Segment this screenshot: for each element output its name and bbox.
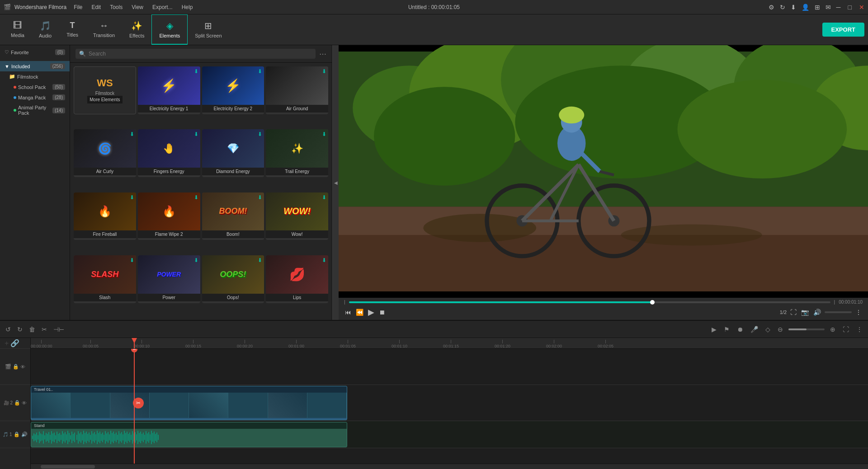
- toolbar-titles[interactable]: T Titles: [59, 14, 86, 45]
- menu-edit[interactable]: Edit: [88, 3, 105, 11]
- svg-point-25: [559, 107, 584, 123]
- element-aircurly[interactable]: 🌀 ⬇ Air Curly: [74, 129, 136, 177]
- effects-icon: ✨: [131, 20, 142, 31]
- toolbar-splitscreen[interactable]: ⊞ Split Screen: [188, 14, 229, 45]
- video-clip-thumbstrip: [31, 393, 347, 418]
- voice-button[interactable]: 🎤: [749, 325, 760, 334]
- element-airground[interactable]: ⬇ Air Ground: [266, 66, 328, 114]
- sidebar-item-mangapack[interactable]: Manga Pack (28): [0, 92, 70, 103]
- marker-button[interactable]: ⚑: [722, 325, 731, 334]
- toolbar-audio[interactable]: 🎵 Audio: [32, 14, 59, 45]
- element-fireball[interactable]: 🔥 ⬇ Fire Fireball: [74, 192, 136, 240]
- fullscreen-button[interactable]: ⛶: [789, 308, 797, 317]
- account-icon[interactable]: 👤: [802, 4, 809, 11]
- eye-icon-video[interactable]: 👁: [22, 400, 27, 406]
- element-wow[interactable]: WOW! ⬇ Wow!: [266, 192, 328, 240]
- search-bar[interactable]: 🔍: [75, 49, 316, 59]
- download-icon[interactable]: ⬇: [791, 4, 796, 11]
- menu-file[interactable]: File: [70, 3, 86, 11]
- more-options-button[interactable]: ⋮: [854, 308, 863, 317]
- sidebar-item-animalpack[interactable]: Animal Party Pack (14): [0, 103, 70, 118]
- stop-button[interactable]: ⏹: [378, 308, 386, 317]
- element-trail[interactable]: ✨ ⬇ Trail Energy: [266, 129, 328, 177]
- step-back-button[interactable]: ⏪: [355, 308, 364, 317]
- lock-icon-audio[interactable]: 🔒: [14, 431, 20, 437]
- menu-export[interactable]: Export...: [149, 3, 176, 11]
- cut-button[interactable]: ✂: [40, 325, 49, 334]
- add-track-icon[interactable]: +: [5, 339, 9, 347]
- play-button[interactable]: ▶: [367, 306, 375, 318]
- element-more-elements[interactable]: WS Filmstock More Elements: [74, 66, 136, 114]
- ruler-mark-5: 00:00:05: [83, 340, 99, 348]
- panel-area: 🔍 ⋯ WS Filmstock More Elements ⚡: [70, 45, 868, 320]
- menu-view[interactable]: View: [128, 3, 147, 11]
- element-electricity1[interactable]: ⚡ ⬇ Electricity Energy 1: [138, 66, 200, 114]
- search-input[interactable]: [89, 51, 312, 57]
- sync-icon[interactable]: ↻: [780, 4, 785, 11]
- ruler-mark-110: 00:01:10: [392, 340, 407, 348]
- scrollbar-thumb[interactable]: [41, 465, 95, 469]
- sidebar-item-included[interactable]: ▼ Included (256): [0, 61, 70, 71]
- svg-rect-47: [57, 431, 57, 443]
- volume-slider[interactable]: [825, 311, 852, 313]
- menu-tools[interactable]: Tools: [106, 3, 126, 11]
- go-start-button[interactable]: ⏮: [344, 308, 352, 317]
- render-button[interactable]: ▶: [710, 325, 718, 334]
- toolbar-elements[interactable]: ◈ Elements: [151, 14, 188, 45]
- element-oops[interactable]: OOPS! ⬇ Oops!: [202, 255, 264, 303]
- element-diamond[interactable]: 💎 ⬇ Diamond Energy: [202, 129, 264, 177]
- minimize-button[interactable]: ─: [836, 4, 841, 11]
- fullscreen-timeline-button[interactable]: ⛶: [841, 325, 851, 334]
- audio-clip[interactable]: Stand: [31, 422, 347, 447]
- toolbar-effects[interactable]: ✨ Effects: [122, 14, 151, 45]
- grid-view-icon[interactable]: ⋯: [319, 50, 326, 58]
- record-button[interactable]: ⏺: [735, 325, 745, 334]
- toolbar-transition[interactable]: ↔ Transition: [86, 14, 122, 45]
- settings-icon[interactable]: ⚙: [769, 4, 774, 11]
- sidebar-item-schoolpack[interactable]: School Pack (50): [0, 82, 70, 92]
- svg-rect-58: [71, 431, 72, 443]
- eye-icon-audio[interactable]: 🔊: [21, 431, 28, 437]
- transition-label: Transition: [93, 33, 115, 38]
- screenshot-button[interactable]: 📷: [800, 308, 810, 317]
- panel-collapse-button[interactable]: ◀: [332, 45, 339, 320]
- maximize-button[interactable]: □: [848, 4, 852, 11]
- element-flamewipe[interactable]: 🔥 ⬇ Flame Wipe 2: [138, 192, 200, 240]
- svg-rect-91: [117, 435, 118, 440]
- element-lips[interactable]: 💋 ⬇ Lips: [266, 255, 328, 303]
- settings-timeline-button[interactable]: ⋮: [854, 325, 864, 334]
- grid-icon[interactable]: ⊞: [815, 4, 820, 11]
- lock-icon-video[interactable]: 🔒: [14, 400, 20, 406]
- undo-button[interactable]: ↺: [4, 325, 13, 334]
- element-fingers[interactable]: 🤚 ⬇ Fingers Energy: [138, 129, 200, 177]
- element-power[interactable]: POWER ⬇ Power: [138, 255, 200, 303]
- svg-rect-69: [87, 434, 88, 441]
- element-electricity2[interactable]: ⚡ ⬇ Electricity Energy 2: [202, 66, 264, 114]
- download-icon-14: ⬇: [258, 257, 262, 263]
- mail-icon[interactable]: ✉: [826, 4, 831, 11]
- zoom-out-button[interactable]: ⊖: [776, 325, 785, 334]
- keyframe-button[interactable]: ◇: [764, 325, 772, 334]
- zoom-in-button[interactable]: ⊕: [828, 325, 837, 334]
- sidebar-item-favorite[interactable]: ♡ Favorite (0): [0, 47, 70, 57]
- timeline-scrollbar[interactable]: [31, 464, 868, 469]
- close-button[interactable]: ✕: [859, 4, 864, 11]
- sidebar-item-filmstock[interactable]: 📁 Filmstock: [0, 71, 70, 82]
- menu-help[interactable]: Help: [178, 3, 197, 11]
- link-icon[interactable]: 🔗: [10, 339, 19, 347]
- split-button[interactable]: ⊣⊢: [52, 325, 66, 334]
- element-boom[interactable]: BOOM! ⬇ Boom!: [202, 192, 264, 240]
- elements-label: Elements: [159, 33, 180, 38]
- export-button[interactable]: EXPORT: [822, 23, 864, 37]
- redo-button[interactable]: ↻: [15, 325, 24, 334]
- lock-icon-fx[interactable]: 🔒: [13, 364, 19, 370]
- progress-bar[interactable]: [349, 301, 830, 303]
- video-clip[interactable]: Travel 01..: [31, 386, 347, 420]
- volume-button[interactable]: 🔊: [812, 308, 822, 317]
- element-slash[interactable]: SLASH ⬇ Slash: [74, 255, 136, 303]
- zoom-slider[interactable]: [788, 328, 825, 330]
- delete-button[interactable]: 🗑: [27, 325, 37, 334]
- progress-handle[interactable]: [650, 300, 655, 305]
- toolbar-media[interactable]: 🎞 Media: [4, 14, 32, 45]
- eye-icon-fx[interactable]: 👁: [20, 364, 25, 370]
